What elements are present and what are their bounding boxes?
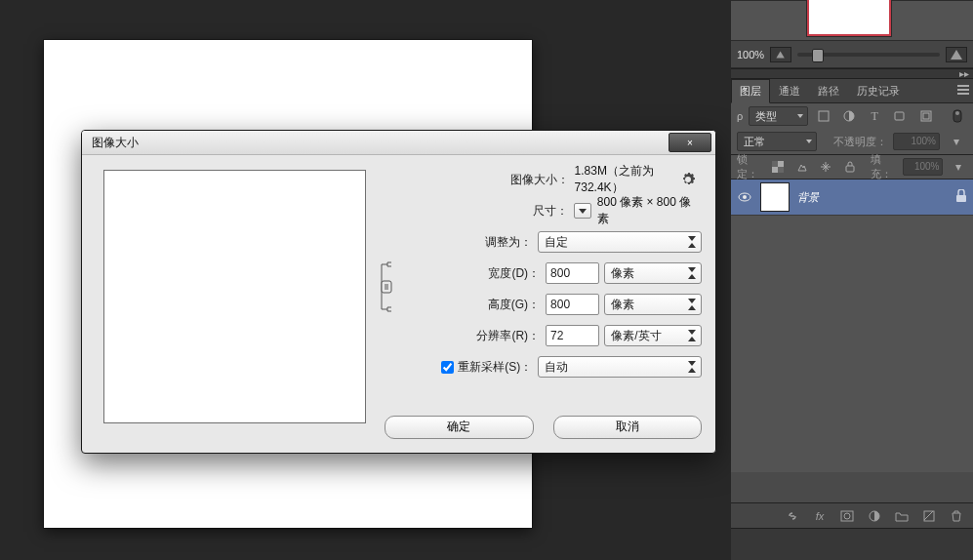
zoom-slider-thumb[interactable] — [812, 49, 824, 62]
layer-list[interactable]: 背景 — [731, 180, 973, 472]
svg-rect-11 — [846, 166, 854, 172]
fit-to-label: 调整为： — [385, 234, 538, 251]
resolution-input[interactable]: 72 — [546, 325, 599, 346]
zoom-in-icon[interactable] — [946, 47, 967, 62]
new-layer-icon[interactable] — [920, 507, 938, 525]
dialog-titlebar[interactable]: 图像大小 × — [82, 131, 715, 155]
chevron-down-icon[interactable]: ▾ — [949, 157, 967, 177]
lock-pixels-icon[interactable] — [793, 157, 812, 177]
width-unit-select[interactable]: 像素 — [604, 262, 702, 284]
resolution-label: 分辨率(R)： — [385, 328, 546, 344]
svg-point-16 — [844, 513, 850, 519]
filter-shape-icon[interactable] — [890, 106, 910, 126]
chevron-down-icon[interactable]: ▾ — [946, 132, 967, 151]
layer-row[interactable]: 背景 — [731, 180, 973, 216]
image-size-label: 图像大小： — [385, 172, 575, 188]
svg-rect-10 — [778, 167, 784, 173]
filter-adjust-icon[interactable] — [839, 106, 859, 126]
zoom-slider[interactable] — [797, 53, 940, 57]
svg-rect-1 — [819, 111, 829, 121]
height-input[interactable]: 800 — [546, 294, 599, 315]
width-input[interactable]: 800 — [546, 262, 599, 284]
tab-channels[interactable]: 通道 — [770, 79, 809, 102]
lock-transparent-icon[interactable] — [769, 157, 788, 177]
tab-paths[interactable]: 路径 — [809, 79, 848, 102]
fit-to-select[interactable]: 自定 — [538, 231, 702, 253]
dimensions-label: 尺寸： — [385, 203, 574, 220]
opacity-label: 不透明度： — [833, 135, 887, 149]
visibility-icon[interactable] — [737, 189, 752, 205]
filter-smart-icon[interactable] — [916, 106, 936, 126]
filter-type-icon[interactable]: T — [865, 106, 884, 126]
resample-label: 重新采样(S)： — [458, 359, 532, 376]
height-unit-select[interactable]: 像素 — [604, 294, 702, 315]
image-size-dialog: 图像大小 × 图像大小： 1.83M（之前为732.4K） 尺寸： 800 像素… — [81, 130, 716, 454]
new-group-icon[interactable] — [893, 507, 911, 525]
gear-icon[interactable] — [680, 172, 696, 187]
fill-input[interactable]: 100% — [903, 158, 943, 176]
zoom-value[interactable]: 100% — [737, 49, 764, 60]
add-mask-icon[interactable] — [838, 507, 856, 525]
panel-menu-icon[interactable] — [957, 85, 969, 95]
filter-toggle-switch[interactable] — [948, 106, 967, 126]
zoom-out-icon[interactable] — [770, 47, 791, 62]
close-button[interactable]: × — [669, 133, 711, 152]
delete-icon[interactable] — [948, 507, 965, 525]
dimensions-value: 800 像素 × 800 像素 — [597, 194, 702, 227]
svg-rect-18 — [924, 511, 934, 521]
lock-label: 锁定： — [737, 152, 763, 181]
close-icon: × — [687, 138, 693, 148]
opacity-input[interactable]: 100% — [893, 133, 940, 150]
resolution-unit-select[interactable]: 像素/英寸 — [604, 325, 702, 346]
dialog-title: 图像大小 — [92, 135, 139, 151]
ok-button[interactable]: 确定 — [385, 416, 534, 439]
height-label: 高度(G)： — [385, 297, 546, 313]
lock-position-icon[interactable] — [817, 157, 835, 177]
layers-footer: fx — [731, 502, 973, 529]
navigator-thumbnail[interactable] — [807, 0, 891, 36]
layer-name[interactable]: 背景 — [797, 190, 819, 205]
layer-filter-kind-select[interactable]: 类型 — [749, 106, 807, 126]
layer-thumbnail[interactable] — [760, 182, 790, 212]
width-label: 宽度(D)： — [385, 265, 546, 282]
resample-checkbox[interactable] — [441, 361, 454, 374]
svg-rect-14 — [956, 195, 966, 202]
svg-rect-0 — [382, 281, 391, 293]
svg-rect-5 — [923, 113, 929, 119]
image-preview[interactable] — [103, 170, 366, 423]
svg-rect-9 — [772, 161, 778, 167]
panel-bottom-strip — [731, 528, 973, 560]
svg-rect-3 — [895, 112, 904, 120]
constrain-link-icon[interactable] — [378, 261, 395, 312]
right-panels: 100% ▸▸ 图层 通道 路径 历史记录 ρ 类型 T 正常 不透明度： 10… — [731, 0, 973, 560]
new-adjust-icon[interactable] — [866, 507, 883, 525]
tab-layers[interactable]: 图层 — [731, 79, 770, 103]
resample-select[interactable]: 自动 — [538, 356, 702, 378]
filter-pixel-icon[interactable] — [814, 106, 833, 126]
svg-point-7 — [955, 111, 959, 115]
tab-history[interactable]: 历史记录 — [848, 79, 909, 102]
lock-all-icon[interactable] — [841, 157, 860, 177]
layer-fx-icon[interactable]: fx — [811, 507, 829, 525]
lock-icon[interactable] — [955, 189, 967, 206]
link-layers-icon[interactable] — [784, 507, 801, 525]
svg-point-13 — [743, 195, 747, 199]
panel-collapse-icon[interactable]: ▸▸ — [959, 68, 969, 79]
fill-label: 填充： — [871, 152, 897, 181]
blend-mode-select[interactable]: 正常 — [737, 132, 817, 151]
dimensions-unit-dropdown[interactable] — [574, 203, 591, 219]
cancel-button[interactable]: 取消 — [553, 416, 703, 439]
